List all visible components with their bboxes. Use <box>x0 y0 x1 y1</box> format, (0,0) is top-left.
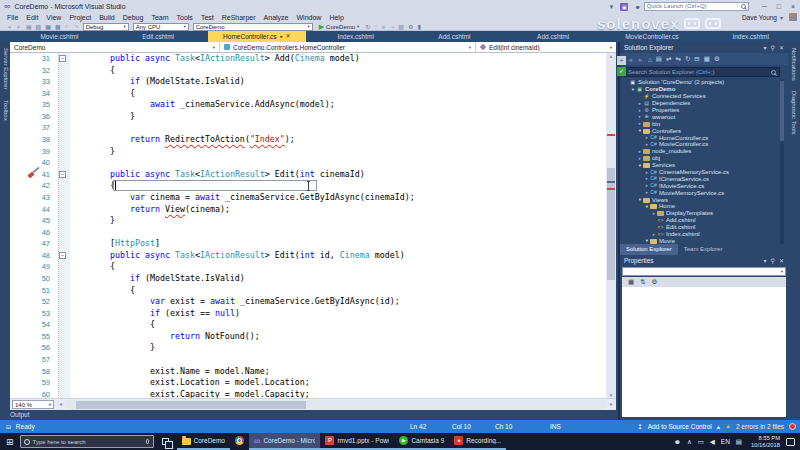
menu-debug[interactable]: Debug <box>119 13 148 23</box>
tray-people-icon[interactable]: ☻ <box>674 438 681 445</box>
close-icon[interactable]: ✕ <box>779 44 784 51</box>
tree-item-displaytemplates[interactable]: ▸DisplayTemplates <box>620 210 782 217</box>
step-icon[interactable]: ⇥ <box>389 23 394 31</box>
new-file-icon[interactable]: ▤ <box>26 24 32 30</box>
code-editor[interactable]: 31− public async Task<IActionResult> Add… <box>10 53 606 398</box>
save-icon[interactable]: ▦ <box>45 24 51 30</box>
find-icon[interactable]: ▥ <box>398 23 404 31</box>
tree-item-connected-services[interactable]: ⚡Connected Services <box>620 93 782 100</box>
project-dropdown[interactable]: CoreDemo ▾ <box>10 42 220 52</box>
tray-keyboard-icon[interactable]: ▤ <box>736 438 742 446</box>
refresh-icon[interactable]: ↻ <box>685 55 690 63</box>
alphabetical-icon[interactable]: ⇅ <box>640 278 645 286</box>
taskbar-item-powerpoint[interactable]: Prmvd1.pptx - Powe... <box>320 433 394 450</box>
undo-icon[interactable]: ↶ <box>65 24 70 30</box>
tab-index-cshtml[interactable]: Index.cshtml <box>701 31 800 42</box>
taskbar-item-recording[interactable]: ●Recording... <box>449 433 506 450</box>
taskbar-item-chrome[interactable] <box>230 433 249 450</box>
menu-build[interactable]: Build <box>95 13 119 23</box>
collapse-all-icon[interactable]: ⊟ <box>694 55 699 63</box>
fold-collapse-icon[interactable]: − <box>59 171 66 178</box>
editor-horizontal-scrollbar[interactable] <box>66 400 606 410</box>
microphone-icon[interactable] <box>146 439 149 444</box>
menu-team[interactable]: Team <box>147 13 172 23</box>
member-dropdown[interactable]: Edit(int cinemaId) ▾ <box>476 42 616 52</box>
redo-icon[interactable]: ↷ <box>74 24 79 30</box>
menu-resharper[interactable]: ReSharper <box>218 13 260 23</box>
scrollbar-thumb[interactable] <box>76 401 306 409</box>
filter-icon[interactable]: ▼ <box>608 4 614 10</box>
tree-item-coredemo[interactable]: ▾▣CoreDemo <box>620 86 782 93</box>
bookmark-icon[interactable]: ▮ <box>417 23 420 31</box>
feedback-icon[interactable]: ☻ <box>634 4 640 10</box>
save-all-icon[interactable]: ▩ <box>55 24 61 30</box>
tree-item-home[interactable]: ▾Home <box>620 203 782 210</box>
action-center-icon[interactable] <box>786 438 795 446</box>
pending-changes-icon[interactable]: ⇄ <box>666 55 671 63</box>
side-tab-server-explorer[interactable]: Server Explorer <box>1 48 10 90</box>
pin-icon[interactable]: ⚲ <box>771 257 775 264</box>
account-chip[interactable]: Dave Young ▾ <box>742 13 797 21</box>
tray-battery-icon[interactable]: ▭ <box>698 438 704 446</box>
tray-volume-icon[interactable]: ◀ <box>710 438 715 446</box>
tree-item-imovieservice-cs[interactable]: ▸C#IMovieService.cs <box>620 182 782 189</box>
start-button[interactable]: ⊞ <box>6 437 14 447</box>
tray-show-hidden-icon[interactable]: ∧ <box>687 438 692 446</box>
taskbar-item-camtasia[interactable]: ▶Camtasia 9 <box>394 433 449 450</box>
pause-icon[interactable]: ▯ <box>374 23 377 31</box>
switch-views-icon[interactable]: ▤ <box>656 55 662 63</box>
tree-item-moviememoryservice-cs[interactable]: ▸C#MovieMemoryService.cs <box>620 189 782 196</box>
quick-action-screwdriver-icon[interactable] <box>27 165 41 179</box>
properties-icon[interactable]: ⚙ <box>714 55 720 63</box>
startup-project-combo[interactable]: CoreDemo▾ <box>193 23 313 31</box>
extension-badge-icon[interactable]: ▣ <box>620 3 628 11</box>
taskbar-search-input[interactable]: Type here to search <box>20 435 154 448</box>
start-debugging-button[interactable]: ▶ CoreDemo ▾ <box>319 23 360 31</box>
restore-button[interactable]: □ <box>777 0 781 13</box>
taskbar-clock[interactable]: 8:55 PM 10/16/2018 <box>751 435 780 449</box>
menu-analyze[interactable]: Analyze <box>260 13 293 23</box>
pin-icon[interactable]: ⚲ <box>771 44 775 51</box>
property-pages-icon[interactable]: ⚙ <box>652 278 658 286</box>
scrollbar-thumb[interactable] <box>780 81 784 141</box>
menu-file[interactable]: File <box>3 13 22 23</box>
solution-errors-status[interactable]: 2 errors in 2 files <box>736 420 784 433</box>
tree-item-bin[interactable]: ▸bin <box>620 120 782 127</box>
tree-item-obj[interactable]: ▸obj <box>620 155 782 162</box>
editor-zoom-dropdown[interactable]: 140 % ▾ <box>12 400 54 409</box>
close-button[interactable]: × <box>791 0 795 13</box>
tray-ime-icon[interactable]: EN <box>721 438 730 445</box>
task-view-button[interactable] <box>162 438 169 445</box>
minimize-button[interactable]: ─ <box>762 0 767 13</box>
tree-item-edit-cshtml[interactable]: <>Edit.cshtml <box>620 224 782 231</box>
fold-collapse-icon[interactable]: − <box>59 252 66 259</box>
solution-analysis-indicator-icon[interactable] <box>789 423 796 430</box>
tree-item-properties[interactable]: ▸⚙Properties <box>620 107 782 114</box>
menu-test[interactable]: Test <box>197 13 218 23</box>
tab-edit-cshtml[interactable]: Edit.cshtml <box>109 31 208 42</box>
tab-add-cshtml[interactable]: Add.cshtml <box>504 31 603 42</box>
scroll-right-icon[interactable]: ► <box>609 401 614 407</box>
categorized-icon[interactable]: ▦ <box>628 278 634 286</box>
tab-movie-cshtml[interactable]: Movie.cshtml <box>10 31 109 42</box>
home-icon[interactable]: ⌂ <box>648 56 652 63</box>
options-icon[interactable]: ⚙ <box>408 23 413 31</box>
tab-moviecontroller-cs[interactable]: MovieController.cs <box>603 31 702 42</box>
panel-tab-solution-explorer[interactable]: Solution Explorer <box>620 244 678 255</box>
tree-item-services[interactable]: ▾Services <box>620 162 782 169</box>
tree-item-add-cshtml[interactable]: <>Add.cshtml <box>620 217 782 224</box>
side-tab-diagnostic-tools[interactable]: Diagnostic Tools <box>789 91 798 135</box>
open-file-icon[interactable]: ▧ <box>36 24 42 30</box>
menu-window[interactable]: Window <box>292 13 325 23</box>
close-tab-icon[interactable]: ✕ <box>286 31 291 42</box>
side-tab-notifications[interactable]: Notifications <box>789 48 798 81</box>
stop-icon[interactable]: ■ <box>382 23 386 31</box>
type-dropdown[interactable]: CoreDemo.Controllers.HomeController ▾ <box>220 42 476 52</box>
menu-tools[interactable]: Tools <box>173 13 197 23</box>
refresh-icon[interactable]: ↻ <box>365 23 370 31</box>
editor-vertical-scrollbar[interactable]: ▲ ▼ <box>606 53 616 398</box>
menu-project[interactable]: Project <box>65 13 95 23</box>
config-combo[interactable]: Debug▾ <box>83 23 129 31</box>
tree-scrollbar[interactable] <box>780 79 784 244</box>
properties-object-dropdown[interactable]: ▾ <box>622 267 786 276</box>
